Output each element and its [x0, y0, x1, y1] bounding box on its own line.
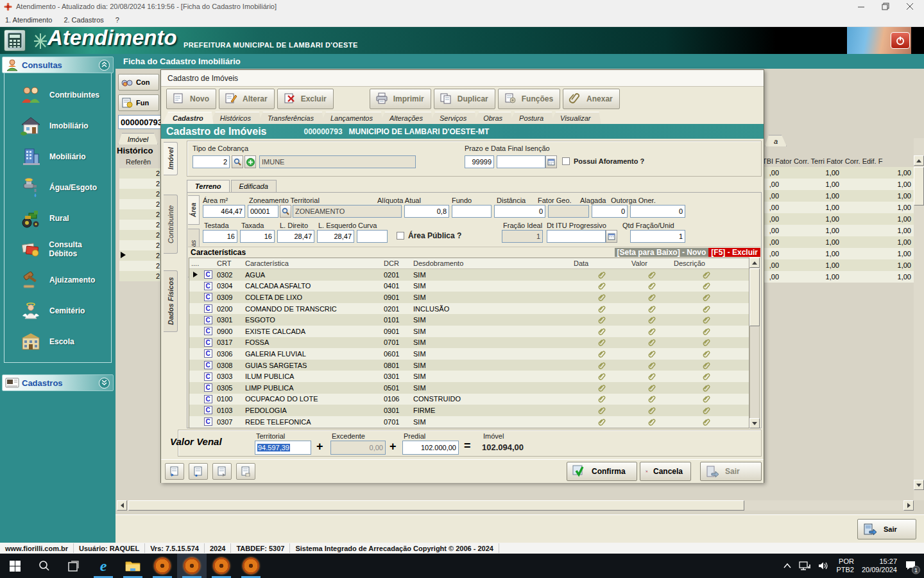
bg-tab-imovel[interactable]: Imóvel: [118, 133, 158, 144]
caracteristica-row[interactable]: C 0307 REDE TELEFONICA 0701 SIM: [189, 416, 749, 428]
fator-geo-field[interactable]: [548, 205, 589, 218]
taskbar-file-explorer[interactable]: [118, 554, 148, 578]
col-header[interactable]: Descrição: [672, 259, 739, 267]
dialog-tab-alteracoes[interactable]: Alterações: [379, 112, 433, 124]
factors-row[interactable]: ,00 1,00 1,00: [762, 190, 914, 202]
dialog-tab-transferencias[interactable]: Transferências: [257, 112, 324, 124]
prazo-field[interactable]: 99999: [465, 155, 494, 168]
menu-item-0[interactable]: 1. Atendimento: [5, 16, 52, 24]
consulta-button-partial[interactable]: Con: [118, 74, 159, 91]
start-button[interactable]: [0, 554, 30, 578]
sidebar-group-cadastros[interactable]: Cadastros: [2, 374, 114, 391]
factors-row[interactable]: ,00 1,00 1,00: [762, 271, 914, 283]
caracteristica-row[interactable]: C 0304 CALCADA ASFALTO 0401 SIM: [189, 281, 749, 292]
excluir-button[interactable]: Excluir: [277, 89, 334, 109]
caracteristica-row[interactable]: C 0306 GALERIA FLUVIAL 0601 SIM: [189, 348, 749, 360]
side-tab-contribuinte[interactable]: Contribuinte: [164, 195, 178, 254]
calendar-icon[interactable]: [545, 155, 557, 168]
curva-field[interactable]: [357, 230, 388, 243]
bg-scroll-left-button[interactable]: [117, 500, 127, 511]
factors-row[interactable]: ,00 1,00 1,00: [762, 225, 914, 236]
volume-icon[interactable]: [818, 561, 828, 570]
restore-icon[interactable]: [882, 3, 889, 10]
close-icon[interactable]: [906, 3, 914, 10]
caracteristica-row[interactable]: C 0317 FOSSA 0701 SIM: [189, 337, 749, 349]
fundo-field[interactable]: [452, 205, 492, 218]
caracteristica-row[interactable]: C 0309 COLETA DE LIXO 0901 SIM: [189, 292, 749, 303]
bg-hscroll-thumb[interactable]: [128, 500, 744, 511]
anexar-button[interactable]: Anexar: [563, 89, 620, 109]
cobranca-name-field[interactable]: IMUNE: [259, 155, 416, 168]
bg-scroll-down-button[interactable]: [914, 480, 924, 490]
bg-vscroll-thumb[interactable]: [914, 167, 924, 206]
sidebar-item-rural[interactable]: Rural: [4, 203, 111, 234]
taskbar-internet-explorer[interactable]: e: [89, 554, 118, 578]
menu-item-1[interactable]: 2. Cadastros: [64, 16, 103, 24]
notification-center-icon[interactable]: 1: [905, 560, 916, 572]
col-header[interactable]: CRT: [215, 259, 243, 267]
novo-button[interactable]: Novo: [166, 89, 216, 109]
minimize-icon[interactable]: [857, 3, 865, 10]
distancia-field[interactable]: 0: [494, 205, 545, 218]
table-scroll-down-button[interactable]: [749, 418, 760, 428]
sidebar-item-escola[interactable]: Escola: [4, 326, 111, 357]
caracteristica-row[interactable]: C 0301 ESGOTO 0101 SIM: [189, 314, 749, 326]
property-code-field[interactable]: 000000793: [118, 115, 162, 129]
dialog-tab-historicos[interactable]: Históricos: [210, 112, 261, 124]
caracteristica-row[interactable]: C 0900 EXISTE CALCADA 0901 SIM: [189, 326, 749, 337]
caracteristica-row[interactable]: C 0305 LIMP PUBLICA 0501 SIM: [189, 382, 749, 394]
confirma-button[interactable]: Confirma: [567, 462, 637, 481]
side-tab-dados-fisicos[interactable]: Dados Físicos: [164, 270, 178, 332]
taskbar-fiorilli-app-4[interactable]: [236, 554, 266, 578]
duplicar-button[interactable]: Duplicar: [434, 89, 495, 109]
factors-row[interactable]: ,00 1,00 1,00: [762, 236, 914, 248]
testada-field[interactable]: 16: [203, 230, 237, 243]
sidebar-item-cemiterio[interactable]: Cemitério: [4, 295, 111, 326]
taskbar-fiorilli-app-1[interactable]: [148, 554, 177, 578]
fracao-field[interactable]: 1: [502, 230, 543, 243]
col-header[interactable]: Data: [572, 259, 629, 267]
cancela-button[interactable]: Cancela: [640, 462, 691, 481]
dt-itu-field[interactable]: [547, 230, 606, 243]
caracteristica-row[interactable]: C 0200 COMANDO DE TRANSCRIC 0201 INCLUSÃ…: [189, 303, 749, 315]
caracteristica-row[interactable]: C 0100 OCUPACAO DO LOTE 0106 CONSTRUIDO: [189, 394, 749, 405]
col-header[interactable]: Característica: [243, 259, 382, 267]
clock-indicator[interactable]: 15:27 20/09/2024: [862, 557, 897, 574]
network-icon[interactable]: [799, 561, 810, 570]
menu-item-2[interactable]: ?: [116, 16, 119, 24]
historico-row[interactable]: 2: [119, 271, 160, 281]
col-header[interactable]: Valor: [629, 259, 672, 267]
col-header[interactable]: .....: [189, 259, 199, 267]
record-nav-button-3[interactable]: [212, 463, 232, 480]
factors-row[interactable]: ,00 1,00 1,00: [762, 213, 914, 225]
table-scroll-up-button[interactable]: [749, 258, 760, 268]
tab-terreno[interactable]: Terreno: [187, 180, 230, 192]
historico-row[interactable]: 2: [119, 179, 160, 189]
funes-button[interactable]: Funções: [498, 89, 560, 109]
bg-scroll-up-button[interactable]: [914, 155, 924, 166]
language-indicator[interactable]: POR PTB2: [836, 557, 854, 574]
l-esquerdo-field[interactable]: 28,47: [317, 230, 354, 243]
record-nav-button-2[interactable]: [189, 463, 208, 480]
factors-row[interactable]: ,00 1,00 1,00: [762, 248, 914, 259]
dialog-tab-cadastro[interactable]: Cadastro: [162, 112, 214, 124]
historico-row[interactable]: 2: [119, 261, 160, 271]
col-header[interactable]: DCR: [382, 259, 411, 267]
side-tab-imovel[interactable]: Imóvel: [164, 142, 178, 175]
inner-tab-area[interactable]: Área: [188, 195, 200, 225]
area-field[interactable]: 464,47: [203, 205, 245, 218]
imprimir-button[interactable]: Imprimir: [370, 89, 431, 109]
add-plus-icon[interactable]: [244, 155, 256, 168]
taskbar-fiorilli-app-3[interactable]: [207, 554, 236, 578]
collapse-chevron-icon[interactable]: [99, 60, 110, 71]
taskbar-search-button[interactable]: [30, 554, 59, 578]
historico-row[interactable]: 2: [119, 199, 160, 209]
dialog-tab-postura[interactable]: Postura: [509, 112, 554, 124]
sidebar-item-consulta-debitos[interactable]: Consulta Débitos: [4, 234, 111, 265]
alterar-button[interactable]: Alterar: [219, 89, 275, 109]
factors-row[interactable]: ,00 1,00 1,00: [762, 202, 914, 213]
factors-row[interactable]: ,00 1,00 1,00: [762, 179, 914, 190]
historico-row[interactable]: 2: [119, 209, 160, 220]
area-publica-checkbox[interactable]: [397, 232, 404, 240]
zoneamento-name-field[interactable]: ZONEAMENTO: [293, 205, 402, 218]
